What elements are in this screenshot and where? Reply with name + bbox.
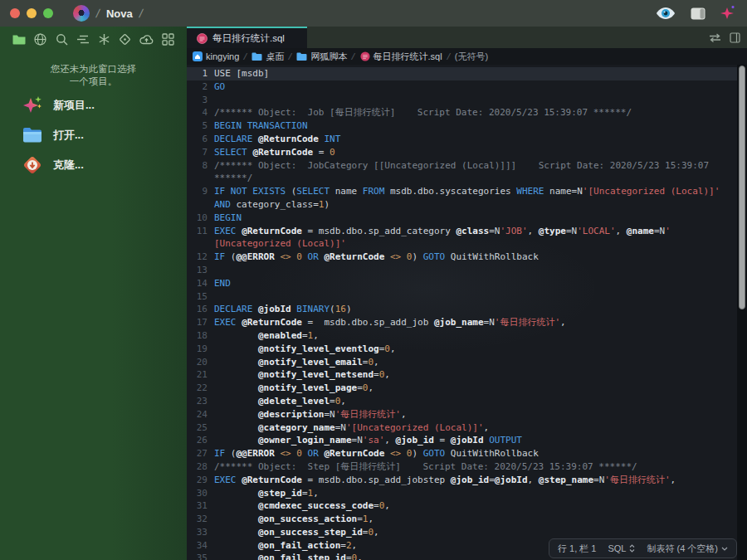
code-line[interactable]: 28/****** Object: Step [每日排行统计] Script D…: [187, 460, 737, 474]
eye-icon[interactable]: [656, 7, 676, 20]
line-number: 25: [187, 421, 208, 435]
line-number: 24: [187, 408, 208, 421]
code-line[interactable]: 33 @on_success_step_id=0,: [187, 526, 737, 539]
breadcrumb-file[interactable]: 每日排行统计.sql: [360, 51, 442, 63]
line-number: 16: [187, 303, 208, 316]
editor-panel-icon[interactable]: [730, 32, 740, 43]
code-line[interactable]: 6DECLARE @ReturnCode INT: [187, 133, 737, 146]
breadcrumb-desktop[interactable]: 桌面: [251, 51, 284, 63]
line-number: 15: [187, 290, 208, 304]
cloud-upload-icon[interactable]: [136, 30, 158, 48]
code-line[interactable]: 12IF (@@ERROR <> 0 OR @ReturnCode <> 0) …: [187, 251, 737, 264]
code-line[interactable]: 31 @cmdexec_success_code=0,: [187, 499, 737, 513]
code-editor[interactable]: 1USE [msdb]2GO34/****** Object: Job [每日排…: [187, 65, 747, 560]
code-line[interactable]: 24 @description=N'每日排行统计',: [187, 408, 737, 421]
line-number: 20: [187, 356, 208, 369]
sql-file-icon: [197, 33, 208, 44]
breadcrumb-separator: /: [351, 51, 356, 61]
code-line[interactable]: 14END: [187, 277, 737, 290]
code-line[interactable]: 4/****** Object: Job [每日排行统计] Script Dat…: [187, 106, 737, 119]
line-number: 33: [187, 526, 208, 539]
nova-app-icon: [73, 5, 90, 22]
breadcrumb-home[interactable]: kingying: [193, 51, 239, 61]
editor-status-bar: 行 1, 栏 1 SQL 制表符 (4 个空格): [549, 538, 737, 558]
line-number: 18: [187, 329, 208, 343]
line-number: 26: [187, 434, 208, 447]
code-line[interactable]: 16DECLARE @jobId BINARY(16): [187, 303, 737, 316]
code-line[interactable]: 17EXEC @ReturnCode = msdb.dbo.sp_add_job…: [187, 316, 737, 329]
sidebar-layout-icon[interactable]: [691, 7, 706, 20]
tab-sql-file[interactable]: 每日排行统计.sql: [187, 27, 307, 48]
code-line[interactable]: 23 @delete_level=0,: [187, 395, 737, 408]
line-number: 22: [187, 382, 208, 395]
diamond-icon[interactable]: [115, 30, 136, 48]
files-folder-icon[interactable]: [8, 30, 30, 48]
line-number: 8: [187, 159, 208, 173]
nova-window: / Nova /: [0, 0, 747, 560]
line-number: 13: [187, 264, 208, 277]
code-line[interactable]: [Uncategorized (Local)]': [187, 237, 737, 251]
code-line[interactable]: AND category_class=1): [187, 198, 737, 212]
code-line[interactable]: 10BEGIN: [187, 212, 737, 225]
code-line[interactable]: 15: [187, 290, 737, 304]
close-window-button[interactable]: [10, 8, 20, 18]
code-line[interactable]: 7SELECT @ReturnCode = 0: [187, 146, 737, 159]
indent-selector[interactable]: 制表符 (4 个空格): [647, 543, 728, 555]
code-line[interactable]: ******/: [187, 172, 737, 185]
new-project-button[interactable]: 新项目...: [22, 95, 187, 116]
code-line[interactable]: 2GO: [187, 80, 737, 94]
swap-arrows-icon[interactable]: [709, 33, 721, 42]
code-line[interactable]: 20 @notify_level_email=0,: [187, 356, 737, 369]
globe-icon[interactable]: [30, 30, 51, 48]
no-project-message: 您还未为此窗口选择 一个项目。: [0, 63, 187, 88]
sql-file-icon: [360, 51, 370, 61]
title-separator: /: [95, 7, 100, 20]
line-number: 27: [187, 447, 208, 460]
code-line[interactable]: 8/****** Object: JobCategory [[Uncategor…: [187, 159, 737, 173]
sparkle-icon[interactable]: [720, 6, 737, 21]
line-number: 7: [187, 146, 208, 159]
line-number: 1: [187, 67, 208, 80]
code-line[interactable]: 3: [187, 94, 737, 107]
report-lines-icon[interactable]: [72, 30, 94, 48]
extensions-grid-icon[interactable]: [157, 30, 178, 48]
code-line[interactable]: 21 @notify_level_netsend=0,: [187, 368, 737, 382]
language-selector[interactable]: SQL: [608, 543, 635, 553]
line-number: 28: [187, 460, 208, 474]
breadcrumb-scripts-folder[interactable]: 网狐脚本: [296, 51, 347, 63]
sidebar-toolbar: [0, 27, 187, 51]
scrollbar-thumb[interactable]: [739, 66, 745, 309]
title-separator: /: [138, 7, 144, 20]
code-line[interactable]: 9IF NOT EXISTS (SELECT name FROM msdb.db…: [187, 185, 737, 198]
cursor-position: 行 1, 栏 1: [558, 543, 596, 555]
search-icon[interactable]: [51, 30, 72, 48]
code-line[interactable]: 1USE [msdb]: [187, 67, 737, 80]
code-line[interactable]: 5BEGIN TRANSACTION: [187, 119, 737, 133]
line-number: 6: [187, 133, 208, 146]
clone-button[interactable]: 克隆...: [22, 154, 187, 176]
code-line[interactable]: 30 @step_id=1,: [187, 487, 737, 500]
line-number: 9: [187, 185, 208, 198]
code-line[interactable]: 19 @notify_level_eventlog=0,: [187, 343, 737, 356]
code-line[interactable]: 11EXEC @ReturnCode = msdb.dbo.sp_add_cat…: [187, 225, 737, 238]
line-number: [187, 237, 208, 251]
folder-icon: [251, 52, 262, 61]
code-line[interactable]: 27IF (@@ERROR <> 0 OR @ReturnCode <> 0) …: [187, 447, 737, 460]
line-number: 30: [187, 487, 208, 500]
code-line[interactable]: 29EXEC @ReturnCode = msdb.dbo.sp_add_job…: [187, 474, 737, 487]
zoom-window-button[interactable]: [43, 8, 53, 18]
home-icon: [193, 51, 203, 61]
code-line[interactable]: 26 @owner_login_name=N'sa', @job_id = @j…: [187, 434, 737, 447]
asterisk-icon[interactable]: [94, 30, 115, 48]
code-line[interactable]: 13: [187, 264, 737, 277]
code-line[interactable]: 22 @notify_level_page=0,: [187, 382, 737, 395]
code-line[interactable]: 32 @on_success_action=1,: [187, 513, 737, 526]
code-line[interactable]: 18 @enabled=1,: [187, 329, 737, 343]
breadcrumb-symbol[interactable]: (无符号): [455, 51, 488, 63]
line-number: 4: [187, 106, 208, 119]
open-button[interactable]: 打开...: [22, 126, 187, 144]
code-line[interactable]: 25 @category_name=N'[Uncategorized (Loca…: [187, 421, 737, 435]
minimize-window-button[interactable]: [27, 8, 37, 18]
scrollbar-track[interactable]: [737, 65, 747, 560]
breadcrumb-separator: /: [446, 51, 451, 61]
